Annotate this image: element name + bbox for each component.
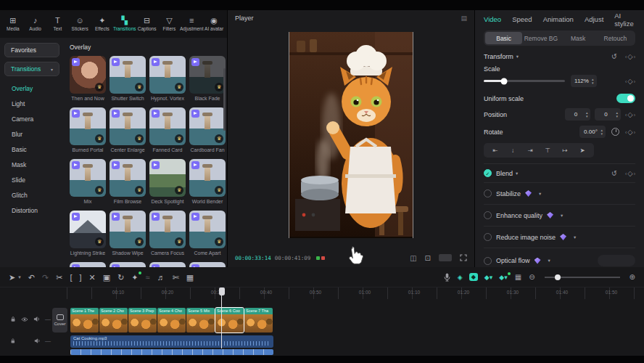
position-x-box[interactable]: 0 ▴▾: [565, 108, 591, 121]
timeline-tool-icon[interactable]: ↶: [28, 273, 35, 282]
transition-card[interactable]: ♛ Film Browse: [110, 159, 146, 205]
timeline-tool-icon[interactable]: ➤: [9, 273, 15, 282]
transition-card[interactable]: ♛ Mix: [70, 159, 106, 205]
alignment-icon[interactable]: ↓: [504, 147, 521, 154]
transition-card[interactable]: ♛: [110, 262, 146, 267]
video-clip[interactable]: Scene 7 Tha: [244, 308, 273, 333]
track-collapse-handle[interactable]: —: [45, 338, 51, 344]
sidebar-category[interactable]: Slide: [4, 172, 59, 187]
sidebar-category[interactable]: Camera: [4, 111, 59, 126]
transition-card[interactable]: ♛: [149, 262, 186, 267]
favorites-button[interactable]: Favorites: [4, 43, 59, 57]
chevron-down-icon[interactable]: ▾: [516, 54, 519, 60]
reset-icon[interactable]: ↺: [611, 52, 617, 60]
mic-icon[interactable]: [444, 273, 450, 282]
gallery-scrollbar[interactable]: [223, 68, 226, 131]
feature-checkbox[interactable]: [484, 211, 492, 219]
zoom-out-icon[interactable]: ⊖: [529, 273, 534, 281]
sidebar-category[interactable]: Blur: [4, 126, 59, 142]
video-preview[interactable]: [289, 32, 413, 238]
asset-toolbar-item[interactable]: T Text: [47, 17, 69, 31]
zoom-in-icon[interactable]: ⊕: [629, 273, 635, 281]
transition-card[interactable]: ♛ Camera Focus: [149, 211, 186, 257]
inspector-subtab[interactable]: Basic: [485, 32, 522, 44]
inspector-tab[interactable]: Animation: [543, 15, 574, 23]
uniform-scale-toggle[interactable]: [616, 94, 635, 103]
alignment-icon[interactable]: ➤: [574, 147, 591, 154]
transition-card[interactable]: ♛ Shutter Switch: [110, 56, 146, 102]
video-clip[interactable]: Scene 1 The: [70, 308, 99, 333]
timeline-tool-icon[interactable]: [: [70, 273, 72, 282]
timeline-tool-icon[interactable]: ≈: [146, 273, 150, 282]
speaker-icon[interactable]: [33, 316, 40, 322]
feature-checkbox[interactable]: [484, 233, 492, 241]
transition-card[interactable]: ♛ Deck Spotlight: [149, 159, 186, 205]
sidebar-category[interactable]: Light: [4, 96, 59, 111]
cover-button[interactable]: Cover: [52, 308, 67, 333]
transition-card[interactable]: ♛ Then and Now: [70, 56, 106, 102]
timeline-toggle-chip[interactable]: ◆: [469, 273, 478, 281]
transition-card[interactable]: ♛ Burned Portal: [70, 107, 106, 154]
feature-checkbox[interactable]: [484, 257, 492, 265]
feature-checkbox[interactable]: [484, 189, 492, 197]
timeline-tool-icon[interactable]: ▾: [18, 273, 21, 282]
scale-slider[interactable]: [484, 80, 565, 82]
speaker-icon[interactable]: [34, 338, 40, 344]
transition-card[interactable]: ♛ Black Fade: [189, 56, 226, 102]
asset-toolbar-item[interactable]: ✦ Effects: [91, 17, 113, 31]
audio-clip[interactable]: Cat Cooking.mp3: [70, 335, 273, 348]
transition-card[interactable]: ♛: [189, 262, 226, 267]
lock-icon[interactable]: [10, 316, 16, 322]
asset-toolbar-item[interactable]: ☺ Stickers: [69, 17, 91, 31]
video-clip[interactable]: Scene 5 Mix: [186, 308, 215, 333]
timeline-tool-icon[interactable]: ✕: [89, 273, 96, 282]
keyframe-icon[interactable]: ◇: [625, 128, 635, 136]
eye-icon[interactable]: [21, 317, 28, 322]
lock-icon[interactable]: [10, 338, 16, 344]
asset-toolbar-item[interactable]: ◉ AI avatar: [203, 17, 225, 31]
timeline-zoom-slider[interactable]: [545, 277, 620, 278]
transition-card[interactable]: ♛ Center Enlarge: [110, 107, 146, 154]
sidebar-category[interactable]: Basic: [4, 142, 59, 157]
timeline-tool-icon[interactable]: ✂: [56, 273, 62, 282]
transition-card[interactable]: ♛ Come Apart: [189, 211, 226, 257]
inspector-tab[interactable]: AI stylize: [614, 12, 635, 28]
timeline-tool-icon[interactable]: ✦: [131, 273, 138, 282]
transition-card[interactable]: ♛ Hypnot. Vortex: [149, 56, 186, 102]
resolution-badge[interactable]: [439, 254, 452, 261]
track-collapse-handle[interactable]: —: [45, 316, 51, 322]
sidebar-category[interactable]: Distortion: [4, 203, 59, 218]
sidebar-category[interactable]: Mask: [4, 157, 59, 172]
timeline-toggle-chip[interactable]: ◆▾: [484, 274, 492, 281]
asset-toolbar-item[interactable]: ♪ Audio: [25, 17, 46, 31]
transition-card[interactable]: ♛ World Bender: [189, 159, 226, 205]
chevron-down-icon[interactable]: ▾: [539, 191, 541, 197]
video-clip[interactable]: Scene 3 Prep: [128, 308, 157, 333]
video-clip[interactable]: Scene 4 Cho: [157, 308, 186, 333]
reset-icon[interactable]: ↺: [611, 169, 617, 177]
inspector-subtab[interactable]: Mask: [560, 32, 597, 44]
fullscreen-icon[interactable]: [460, 254, 467, 261]
scale-value-box[interactable]: 112% ▴▾: [571, 75, 597, 87]
inspector-tab[interactable]: Video: [484, 15, 501, 23]
transitions-group-button[interactable]: Transitions ▾: [4, 62, 59, 76]
rotate-dial-icon[interactable]: [611, 128, 619, 136]
transition-card[interactable]: ♛ Cardboard Fan: [189, 107, 226, 154]
sidebar-category[interactable]: Glitch: [4, 187, 59, 203]
position-y-box[interactable]: 0 ▴▾: [595, 108, 621, 121]
alignment-icon[interactable]: ⇤: [487, 147, 504, 154]
timeline-toggle-chip[interactable]: ◈: [458, 274, 463, 281]
player-menu-icon[interactable]: ▤: [461, 15, 467, 22]
inspector-subtab[interactable]: Retouch: [597, 32, 634, 44]
alignment-icon[interactable]: ⊤: [539, 147, 556, 154]
inspector-subtab[interactable]: Remove BG: [522, 32, 559, 44]
transition-card[interactable]: ♛: [70, 262, 106, 267]
rotate-value-box[interactable]: 0.00° ▴▾: [579, 126, 606, 138]
timeline-tool-icon[interactable]: ▣: [103, 273, 110, 282]
preview-window-icon[interactable]: ▦: [515, 273, 521, 281]
keyframe-icon[interactable]: ◇: [625, 169, 635, 177]
timeline-ruler[interactable]: 00:1000:2000:3000:4000:5001:0001:1001:20…: [67, 287, 644, 299]
alignment-icon[interactable]: ↦: [556, 147, 574, 154]
chevron-down-icon[interactable]: ▾: [516, 171, 518, 176]
blend-checkbox[interactable]: ✓: [484, 169, 492, 177]
